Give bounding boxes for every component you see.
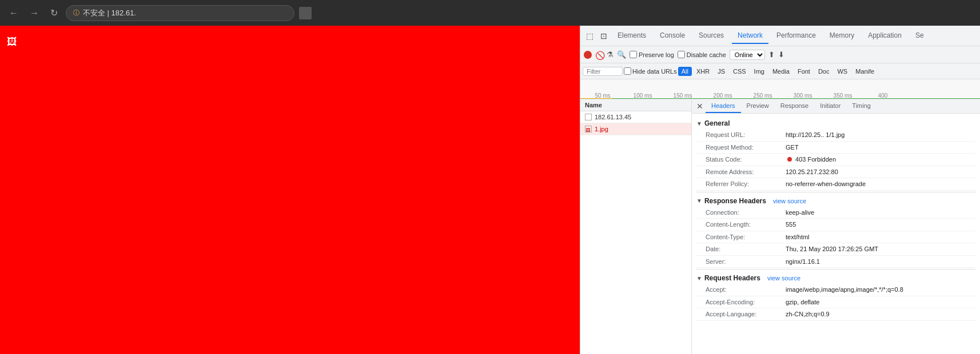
lock-icon: ⓘ xyxy=(73,9,79,17)
detail-tab-response[interactable]: Response xyxy=(775,99,815,113)
page-type-icon xyxy=(585,114,592,120)
devtools-filter-row2: Hide data URLs All XHR JS CSS Img Media … xyxy=(580,63,980,79)
forward-button[interactable]: → xyxy=(26,6,42,21)
status-code-value: 403 Forbidden xyxy=(786,155,836,164)
tab-application[interactable]: Application xyxy=(862,28,907,44)
timeline-line xyxy=(580,98,980,99)
item-name-2: 1.jpg xyxy=(595,126,608,132)
disable-cache-label[interactable]: Disable cache xyxy=(678,51,726,58)
type-font-button[interactable]: Font xyxy=(794,67,814,76)
type-all-button[interactable]: All xyxy=(678,67,692,76)
content-type-label: Content-Type: xyxy=(706,232,786,242)
stop-button[interactable]: 🚫 xyxy=(595,51,603,59)
preserve-log-checkbox[interactable] xyxy=(630,51,637,58)
preserve-log-label[interactable]: Preserve log xyxy=(630,51,674,58)
type-img-button[interactable]: Img xyxy=(751,67,768,76)
request-url-row: Request URL: http://120.25.. 1/1.jpg xyxy=(696,129,975,142)
tab-elements[interactable]: Elements xyxy=(612,28,652,44)
connection-label: Connection: xyxy=(706,208,786,218)
type-js-button[interactable]: JS xyxy=(714,67,728,76)
back-button[interactable]: ← xyxy=(6,6,22,21)
accept-value: image/webp,image/apng,image/*,*/*;q=0.8 xyxy=(786,285,903,295)
type-css-button[interactable]: CSS xyxy=(730,67,750,76)
devtools-tabbar: ⬚ ⊡ Elements Console Sources Network Per… xyxy=(580,26,980,46)
remote-address-value: 120.25.217.232:80 xyxy=(786,167,838,177)
type-xhr-button[interactable]: XHR xyxy=(693,67,713,76)
item-name-1: 182.61.13.45 xyxy=(595,114,631,120)
tab-network[interactable]: Network xyxy=(732,28,768,44)
device-toolbar-button[interactable]: ⊡ xyxy=(598,30,609,42)
extensions-icon[interactable] xyxy=(299,7,312,19)
devtools-panel: ⬚ ⊡ Elements Console Sources Network Per… xyxy=(580,26,980,354)
accept-encoding-row: Accept-Encoding: gzip, deflate xyxy=(696,296,975,309)
request-url-value: http://120.25.. 1/1.jpg xyxy=(786,130,844,140)
throttle-select[interactable]: Online xyxy=(730,50,765,60)
content-length-row: Content-Length: 555 xyxy=(696,219,975,231)
reload-button[interactable]: ↻ xyxy=(47,5,61,21)
type-doc-button[interactable]: Doc xyxy=(815,67,833,76)
address-text: 不安全 | 182.61. xyxy=(83,8,136,18)
general-section-header: ▼ General xyxy=(696,116,975,129)
tab-sources[interactable]: Sources xyxy=(693,28,730,44)
status-code-label: Status Code: xyxy=(706,155,786,164)
request-url-label: Request URL: xyxy=(706,130,786,140)
connection-value: keep-alive xyxy=(786,208,814,218)
timeline-bar: 50 ms 100 ms 150 ms 200 ms 250 ms 300 ms… xyxy=(580,79,980,99)
detail-tab-timing[interactable]: Timing xyxy=(846,99,877,113)
page-content: 🖼 xyxy=(0,26,580,354)
tab-performance[interactable]: Performance xyxy=(771,28,822,44)
request-method-row: Request Method: GET xyxy=(696,142,975,154)
hide-data-urls-checkbox[interactable] xyxy=(624,67,631,75)
connection-row: Connection: keep-alive xyxy=(696,207,975,219)
request-headers-view-source[interactable]: view source xyxy=(767,275,800,281)
detail-tab-initiator[interactable]: Initiator xyxy=(814,99,846,113)
response-headers-chevron-icon: ▼ xyxy=(696,198,702,204)
address-bar[interactable]: ⓘ 不安全 | 182.61. xyxy=(66,5,294,21)
remote-address-label: Remote Address: xyxy=(706,167,786,177)
accept-language-value: zh-CN,zh;q=0.9 xyxy=(786,309,830,319)
content-type-value: text/html xyxy=(786,232,810,242)
inspect-element-button[interactable]: ⬚ xyxy=(584,30,596,42)
accept-encoding-value: gzip, deflate xyxy=(786,297,819,307)
tab-console[interactable]: Console xyxy=(654,28,691,44)
request-headers-section-header: ▼ Request Headers view source xyxy=(696,271,975,284)
accept-language-label: Accept-Language: xyxy=(706,309,786,319)
headers-panel: ✕ Headers Preview Response Initiator Tim… xyxy=(692,99,980,354)
disable-cache-checkbox[interactable] xyxy=(678,51,685,58)
type-manifest-button[interactable]: Manife xyxy=(852,67,878,76)
server-row: Server: nginx/1.16.1 xyxy=(696,256,975,268)
content-length-value: 555 xyxy=(786,220,796,230)
date-label: Date: xyxy=(706,244,786,254)
referrer-policy-value: no-referrer-when-downgrade xyxy=(786,179,866,189)
tab-memory[interactable]: Memory xyxy=(824,28,860,44)
tab-security[interactable]: Se xyxy=(910,28,930,44)
section-divider-2 xyxy=(696,269,975,269)
network-list-header: Name xyxy=(580,99,691,111)
browser-chrome: ← → ↻ ⓘ 不安全 | 182.61. xyxy=(0,0,980,26)
export-har-button[interactable]: ⬇ xyxy=(778,50,784,59)
img-type-icon: 🖼 xyxy=(585,126,592,132)
section-divider-1 xyxy=(696,192,975,192)
network-list: Name 182.61.13.45 🖼 1.jpg xyxy=(580,99,692,354)
request-method-label: Request Method: xyxy=(706,143,786,152)
close-detail-button[interactable]: ✕ xyxy=(694,99,706,113)
referrer-policy-label: Referrer Policy: xyxy=(706,179,786,189)
record-button[interactable] xyxy=(584,51,592,59)
response-headers-view-source[interactable]: view source xyxy=(773,198,806,204)
type-media-button[interactable]: Media xyxy=(769,67,793,76)
date-value: Thu, 21 May 2020 17:26:25 GMT xyxy=(786,244,878,254)
hide-data-urls-label[interactable]: Hide data URLs xyxy=(624,67,677,75)
type-ws-button[interactable]: WS xyxy=(834,67,851,76)
detail-tab-preview[interactable]: Preview xyxy=(741,99,775,113)
detail-tab-headers[interactable]: Headers xyxy=(706,99,741,113)
remote-address-row: Remote Address: 120.25.217.232:80 xyxy=(696,166,975,179)
accept-encoding-label: Accept-Encoding: xyxy=(706,297,786,307)
list-item[interactable]: 182.61.13.45 xyxy=(580,111,691,123)
server-value: nginx/1.16.1 xyxy=(786,257,820,267)
search-icon: 🔍 xyxy=(617,50,626,59)
list-item[interactable]: 🖼 1.jpg xyxy=(580,123,691,135)
import-har-button[interactable]: ⬆ xyxy=(768,50,775,59)
request-headers-chevron-icon: ▼ xyxy=(696,275,702,281)
filter-input[interactable] xyxy=(583,67,623,76)
status-code-row: Status Code: 403 Forbidden xyxy=(696,154,975,166)
